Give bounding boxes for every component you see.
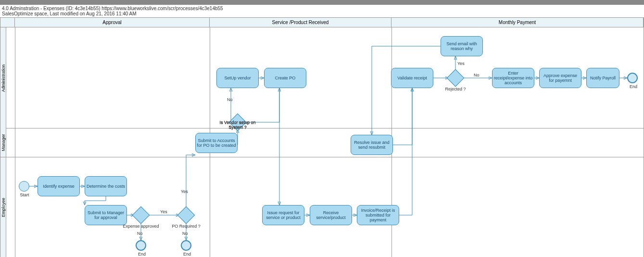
gw-vendor-setup-label2: Is Vendor setup on System ?: [214, 120, 262, 130]
topbar: [0, 0, 644, 5]
edge-no-3: No: [227, 97, 233, 102]
task-setup-vendor[interactable]: SetUp vendor: [216, 68, 259, 88]
lane-manager: Manager: [0, 128, 6, 157]
task-resolve[interactable]: Resolve issue and send resubmit: [351, 135, 393, 155]
header-title: 4.0 Adminstration - Expenses (ID: 4c3e14…: [2, 6, 642, 11]
header-subtitle: SalesOptimize space, Last modified on Au…: [2, 11, 642, 16]
task-submit-mgr[interactable]: Submit to Manager for approval: [85, 205, 127, 225]
task-notify[interactable]: Notify Payroll: [586, 68, 619, 88]
phase-spacer: [0, 18, 15, 27]
phase-service: Service /Product Received: [210, 18, 391, 27]
task-determine[interactable]: Determine the costs: [85, 176, 127, 196]
task-submit-acc[interactable]: Submit to Accounts for PO to be created: [195, 133, 238, 153]
lane-employee: Employee: [0, 157, 6, 257]
lane-admin: Administration: [0, 27, 6, 128]
task-validate[interactable]: Validate receipt: [391, 68, 433, 88]
lane-labels: Administration Manager Employee: [0, 27, 6, 257]
edge-no-4: No: [474, 73, 480, 77]
end-event-1[interactable]: [136, 240, 146, 251]
bpmn-diagram[interactable]: Approval Service /Product Received Month…: [0, 17, 644, 257]
start-event[interactable]: [19, 181, 29, 192]
end-event-3[interactable]: [627, 73, 638, 83]
phase-border-1: [15, 27, 15, 257]
lane-bg-manager: [6, 128, 644, 157]
gw-expense-approved-label: Expense approved: [117, 224, 165, 229]
gw-rejected-label: Rejected ?: [431, 87, 480, 91]
end-label-2: End: [181, 252, 193, 257]
task-enter-receipt[interactable]: Enter receipt/expense into accounts: [492, 68, 534, 88]
edge-yes-3: Yes: [457, 61, 465, 66]
task-invoice[interactable]: Invoice/Receipt is submitted for payment: [357, 205, 399, 225]
edge-no-1: No: [137, 231, 143, 236]
phase-payment: Monthly Payment: [391, 18, 644, 27]
task-issue-req[interactable]: Issue request for service or product: [262, 205, 304, 225]
edge-yes-1: Yes: [160, 209, 167, 214]
end-event-2[interactable]: [181, 240, 191, 251]
end-label-3: End: [628, 84, 639, 89]
swimlanes: Administration Manager Employee: [0, 27, 644, 257]
phase-approval: Approval: [15, 18, 210, 27]
start-label: Start: [19, 193, 30, 197]
task-identify[interactable]: Identify expense: [38, 176, 80, 196]
gw-po-required-label: PO Required ?: [162, 224, 210, 229]
header-info: 4.0 Adminstration - Expenses (ID: 4c3e14…: [0, 5, 644, 17]
task-approve-exp[interactable]: Approve expense for payemnt: [539, 68, 581, 88]
end-label-1: End: [136, 252, 148, 257]
edge-yes-2: Yes: [181, 189, 188, 194]
canvas[interactable]: Start Identify expense Determine the cos…: [6, 27, 644, 257]
edge-no-2: No: [182, 231, 188, 236]
task-create-po[interactable]: Create PO: [264, 68, 306, 88]
task-send-email[interactable]: Send email with reason why: [441, 36, 483, 56]
task-receive[interactable]: Receive service/product: [310, 205, 352, 225]
phase-headers: Approval Service /Product Received Month…: [0, 18, 644, 27]
